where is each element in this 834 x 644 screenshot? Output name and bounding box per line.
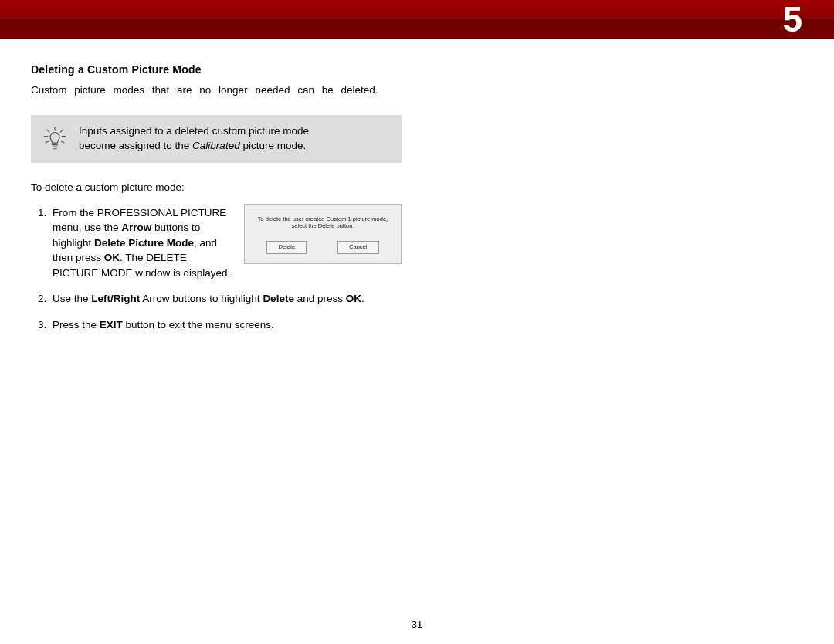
step-2: Use the Left/Right Arrow buttons to high…: [49, 291, 402, 307]
svg-line-6: [62, 141, 64, 143]
svg-line-1: [47, 130, 49, 132]
step-1: From the PROFESSIONAL PICTURE menu, use …: [49, 205, 402, 281]
tip-line1: Inputs assigned to a deleted custom pict…: [79, 125, 309, 137]
intro-paragraph: Custom picture modes that are no longer …: [31, 83, 402, 98]
chapter-header-bar: 5: [0, 0, 834, 39]
steps-list: From the PROFESSIONAL PICTURE menu, use …: [31, 205, 402, 333]
tip-callout: Inputs assigned to a deleted custom pict…: [31, 115, 402, 163]
svg-line-5: [46, 141, 48, 143]
lead-text: To delete a custom picture mode:: [31, 181, 402, 193]
dialog-buttons: Delete Cancel: [253, 241, 393, 254]
page-content: Deleting a Custom Picture Mode Custom pi…: [0, 39, 432, 333]
dialog-cancel-button[interactable]: Cancel: [337, 241, 378, 254]
lightbulb-icon: [42, 126, 68, 152]
tip-italic: Calibrated: [192, 140, 240, 151]
dialog-delete-button[interactable]: Delete: [266, 241, 307, 254]
section-title: Deleting a Custom Picture Mode: [31, 63, 402, 76]
step-3: Press the EXIT button to exit the menu s…: [49, 317, 402, 333]
tip-line2a: become assigned to the: [79, 140, 192, 151]
tip-text: Inputs assigned to a deleted custom pict…: [79, 124, 309, 154]
svg-line-2: [60, 130, 63, 132]
chapter-number: 5: [782, 0, 803, 40]
page-number: 31: [0, 619, 834, 630]
delete-picture-mode-dialog: To delete the user created Custom 1 pict…: [244, 204, 402, 264]
tip-line2b: picture mode.: [240, 140, 307, 151]
dialog-message: To delete the user created Custom 1 pict…: [253, 215, 393, 231]
